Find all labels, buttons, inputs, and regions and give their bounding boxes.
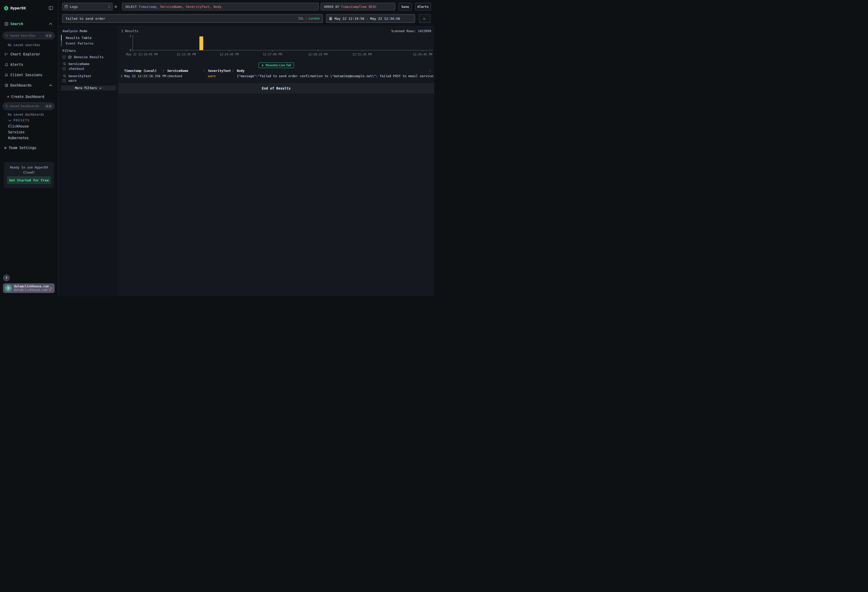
cell-servicename: checkout	[167, 74, 208, 78]
denoise-icon	[68, 55, 72, 59]
saved-dashboards-input[interactable]	[10, 105, 45, 108]
more-filters-label: More filters	[75, 86, 97, 90]
y-axis-top-tick	[133, 36, 134, 36]
sidebar: HyperDX Search ⌘ K	[0, 0, 58, 296]
warn-checkbox[interactable]	[62, 79, 66, 82]
saved-searches-kbd: ⌘ K	[45, 34, 52, 38]
promo-text: Ready to use HyperDX Cloud?	[4, 162, 54, 175]
column-menu-icon[interactable]: ⋮	[232, 69, 237, 72]
sidebar-item-search[interactable]: Search	[0, 21, 58, 27]
create-dashboard-button[interactable]: + Create Dashboard	[7, 94, 44, 99]
chevron-up-icon	[49, 84, 52, 86]
x-tick-label: 12:29:15 PM	[308, 53, 328, 56]
sidebar-item-chart-explorer[interactable]: Chart Explorer	[0, 51, 58, 58]
presets-toggle[interactable]: PRESETS	[8, 119, 30, 122]
chart-explorer-icon	[4, 52, 8, 56]
app-root: HyperDX Search ⌘ K	[0, 0, 434, 296]
time-range-picker[interactable]: May 22 12:19:58 - May 22 12:34:58	[326, 14, 415, 23]
bell-icon	[4, 63, 8, 66]
select-fields-rest: ServiceName, SeverityText, Body	[160, 5, 221, 9]
y-tick-label-0: 0	[126, 49, 131, 52]
sql-mode-toggle[interactable]: SQL	[298, 17, 304, 20]
help-button[interactable]: ?	[3, 275, 10, 281]
column-header-timestamp[interactable]: Timestamp (Local) ⋮	[124, 69, 167, 72]
table-row[interactable]: May 22 12:23:18.356 PM checkout warn {"m…	[121, 74, 434, 78]
run-query-button[interactable]: ▷	[419, 14, 431, 23]
column-menu-icon[interactable]: ⋮	[429, 69, 434, 72]
get-started-button[interactable]: Get Started for Free	[7, 176, 51, 184]
lucene-mode-toggle[interactable]: Lucene	[309, 17, 320, 20]
denoise-results-row: Denoise Results	[62, 55, 103, 59]
cell-body: {"message":"failed to send order confirm…	[237, 74, 434, 78]
user-email: dale@clickhouse.com	[14, 285, 50, 288]
order-by-value: TimestampTime DESC	[341, 5, 376, 9]
sidebar-item-client-sessions[interactable]: Client Sessions	[0, 72, 58, 78]
time-range-value: May 22 12:19:58 - May 22 12:34:58	[335, 17, 400, 21]
column-header-servicename[interactable]: ServiceName ⋮	[167, 69, 208, 72]
sidebar-item-dashboards[interactable]: Dashboards	[0, 82, 58, 89]
x-tick-label: 12:31:30 PM	[352, 53, 372, 56]
search-nav-icon	[4, 22, 8, 26]
play-icon: ▷	[424, 17, 426, 21]
order-by-keyword: ORDER BY	[324, 5, 339, 9]
filter-group-name: ServiceName	[68, 62, 89, 66]
search-input[interactable]	[65, 17, 298, 21]
filter-option-label: warn	[69, 79, 77, 83]
sidebar-item-label: Chart Explorer	[10, 52, 40, 56]
preset-kubernetes[interactable]: Kubernetes	[8, 136, 29, 140]
x-tick-label: 12:27:00 PM	[263, 53, 282, 56]
sidebar-item-alerts[interactable]: Alerts	[0, 61, 58, 68]
app-title: HyperDX	[10, 6, 26, 10]
histogram-bar[interactable]	[199, 37, 203, 50]
source-select[interactable]: Logs	[62, 3, 113, 10]
column-menu-icon[interactable]: ⋮	[162, 69, 167, 72]
dashboards-icon	[4, 84, 8, 87]
select-clause-input[interactable]: SELECT Timestamp, ServiceName, SeverityT…	[122, 3, 319, 10]
filter-option-checkout[interactable]: checkout	[62, 67, 84, 71]
order-by-input[interactable]: ORDER BY TimestampTime DESC	[320, 3, 395, 10]
analysis-mode-results-table[interactable]: Results Table	[66, 36, 92, 40]
filters-panel: Analysis Mode Results Table Event Patter…	[58, 26, 118, 296]
topbar: Logs ⚙ SELECT Timestamp, ServiceName, Se…	[58, 0, 434, 26]
x-tick-label: 12:24:45 PM	[219, 53, 239, 56]
alerts-button[interactable]: Alerts	[415, 3, 431, 10]
x-tick-label: 12:22:30 PM	[177, 53, 196, 56]
chevron-up-icon	[49, 23, 52, 25]
collapse-sidebar-icon[interactable]	[49, 6, 53, 10]
resume-live-tail-button[interactable]: Resume Live Tail	[258, 62, 294, 68]
avatar: D	[5, 285, 12, 291]
denoise-label: Denoise Results	[74, 55, 103, 59]
checkout-checkbox[interactable]	[62, 67, 66, 70]
x-tick-label: 12:34:45 PM	[413, 53, 432, 56]
expand-row-chevron-icon[interactable]	[121, 75, 124, 77]
column-menu-icon[interactable]: ⋮	[203, 69, 208, 72]
saved-searches-search[interactable]: ⌘ K	[3, 32, 55, 39]
preset-services[interactable]: Services	[8, 130, 25, 134]
database-icon	[65, 5, 68, 8]
scanned-rows: Scanned Rows: 1423099	[391, 29, 431, 33]
user-menu[interactable]: D dale@clickhouse.com dale@clickhouse.co…	[3, 283, 55, 293]
saved-dashboards-search[interactable]: ⌘ K	[3, 102, 55, 110]
source-settings-gear-icon[interactable]: ⚙	[115, 4, 117, 9]
column-header-severitytext[interactable]: SeverityText ⋮	[208, 69, 237, 72]
filter-group-severitytext[interactable]: SeverityText	[63, 74, 91, 78]
results-histogram[interactable]: 1 0 May 22 12:19:45 PM 12:22:30 PM 12:24…	[133, 36, 433, 50]
select-keyword: SELECT	[125, 5, 137, 9]
sidebar-item-team-settings[interactable]: ⚙ Team Settings	[0, 145, 58, 151]
saved-searches-input[interactable]	[10, 34, 45, 37]
filter-group-servicename[interactable]: ServiceName	[63, 62, 89, 66]
sidebar-item-label: Search	[10, 22, 23, 26]
search-icon	[63, 62, 66, 65]
column-header-body[interactable]: Body ⋮	[237, 69, 434, 72]
more-filters-button[interactable]: More filters	[61, 86, 116, 90]
filter-option-warn[interactable]: warn	[62, 79, 77, 83]
presets-label: PRESETS	[13, 119, 30, 122]
mode-divider: |	[305, 17, 307, 20]
saved-dashboards-kbd: ⌘ K	[45, 104, 52, 108]
sidebar-item-label: Team Settings	[9, 146, 37, 150]
source-select-value: Logs	[70, 5, 78, 9]
denoise-checkbox[interactable]	[62, 55, 66, 59]
preset-clickhouse[interactable]: Clickhouse	[8, 124, 29, 128]
analysis-mode-event-patterns[interactable]: Event Patterns	[66, 41, 94, 45]
save-button[interactable]: Save	[399, 3, 412, 10]
